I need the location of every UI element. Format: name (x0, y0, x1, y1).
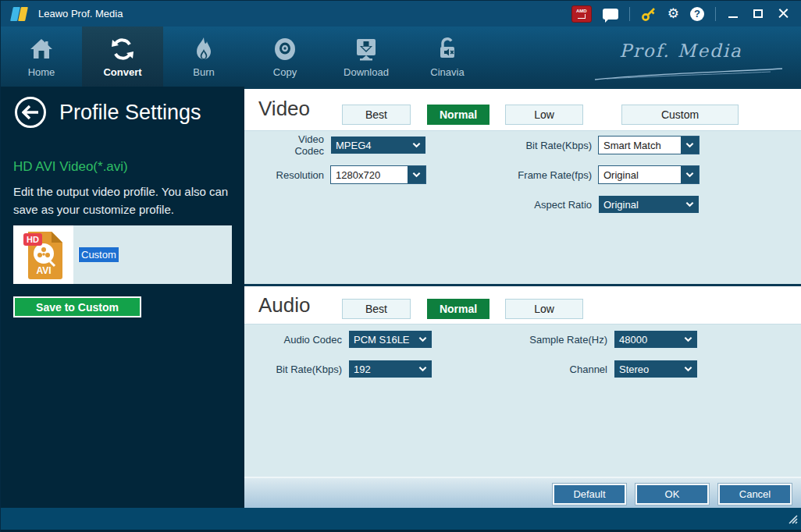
home-icon (27, 35, 55, 63)
resolution-select[interactable]: 1280x720 (330, 165, 426, 184)
copy-disc-icon (271, 35, 299, 63)
sample-rate-label: Sample Rate(Hz) (525, 334, 607, 346)
title-bar: Leawo Prof. Media AMD ⚙ ? (1, 1, 801, 27)
audio-quality-best-button[interactable]: Best (342, 299, 411, 319)
nav-tab-home[interactable]: Home (1, 27, 82, 87)
audio-bitrate-value: 192 (349, 364, 418, 375)
amd-radeon-badge-icon: AMD (571, 5, 592, 23)
video-bitrate-select[interactable]: Smart Match (598, 136, 700, 154)
maximize-button[interactable] (752, 8, 766, 20)
dropdown-button[interactable] (681, 137, 699, 154)
channel-label: Channel (525, 364, 607, 375)
brand-logo-text: Prof. Media (591, 41, 771, 61)
main-nav: Home Convert Burn (1, 27, 801, 87)
video-codec-value: MPEG4 (331, 140, 412, 151)
cinavia-unlock-icon (433, 35, 461, 63)
video-bitrate-label: Bit Rate(Kbps) (510, 140, 592, 151)
dropdown-button[interactable] (408, 166, 425, 183)
ok-button[interactable]: OK (635, 484, 709, 505)
chevron-down-icon (418, 336, 427, 342)
resolution-label: Resolution (266, 169, 324, 181)
convert-icon (109, 35, 137, 63)
aspect-ratio-label: Aspect Ratio (510, 199, 592, 211)
chevron-down-icon (685, 201, 694, 207)
minimize-button[interactable] (727, 8, 741, 20)
nav-label: Burn (193, 66, 214, 78)
profile-description-line1: Edit the output video profile. You also … (13, 185, 228, 198)
save-to-custom-button[interactable]: Save to Custom (13, 296, 141, 317)
video-codec-select[interactable]: MPEG4 (330, 136, 426, 154)
titlebar-separator (629, 7, 630, 21)
back-arrow-icon (22, 105, 39, 119)
resize-grip[interactable] (786, 512, 799, 525)
settings-gear-icon[interactable]: ⚙ (668, 7, 679, 20)
chevron-down-icon (685, 172, 694, 178)
app-logo-icon (10, 6, 30, 22)
framerate-label: Frame Rate(fps) (510, 169, 592, 181)
app-window: Leawo Prof. Media AMD ⚙ ? (0, 0, 801, 532)
feedback-message-icon[interactable] (603, 9, 618, 20)
video-section-title: Video (258, 97, 310, 121)
profile-description-line2: save as your customize profile. (13, 203, 174, 216)
audio-bitrate-label: Bit Rate(Kbps) (266, 364, 342, 375)
chevron-down-icon (685, 142, 694, 148)
audio-quality-low-button[interactable]: Low (505, 299, 583, 319)
file-format-label: AVI (36, 265, 51, 276)
video-quality-low-button[interactable]: Low (505, 105, 583, 125)
nav-label: Download (344, 66, 389, 78)
chevron-down-icon (684, 336, 692, 342)
register-key-icon[interactable] (641, 6, 657, 22)
nav-tab-download[interactable]: Download (326, 27, 407, 87)
audio-bitrate-select[interactable]: 192 (348, 360, 433, 378)
app-title: Leawo Prof. Media (38, 8, 123, 20)
close-button[interactable] (777, 8, 791, 20)
video-codec-label: Video Codec (266, 133, 324, 157)
profile-description: Edit the output video profile. You also … (13, 183, 236, 218)
brand-swoosh (591, 67, 786, 81)
audio-codec-select[interactable]: PCM S16LE (348, 330, 433, 349)
profile-file-icon-cell: AVI HD (13, 225, 73, 284)
nav-label: Home (28, 66, 55, 78)
video-quality-normal-button[interactable]: Normal (427, 105, 490, 125)
help-icon[interactable]: ? (690, 7, 704, 21)
audio-quality-normal-button[interactable]: Normal (427, 299, 490, 319)
settings-content: Video Best Normal Low Custom Video Codec… (244, 87, 801, 508)
channel-select[interactable]: Stereo (614, 360, 698, 378)
hd-avi-file-icon: AVI HD (22, 230, 66, 280)
default-button[interactable]: Default (553, 484, 626, 505)
amd-badge-text: AMD (576, 9, 587, 14)
profile-name-input[interactable]: Custom (78, 247, 119, 262)
hd-badge-label: HD (27, 235, 39, 244)
sample-rate-select[interactable]: 48000 (614, 330, 698, 349)
profile-settings-panel: Profile Settings HD AVI Video(*.avi) Edi… (1, 87, 244, 508)
audio-codec-label: Audio Codec (266, 334, 342, 346)
nav-label: Convert (103, 66, 141, 78)
video-quality-best-button[interactable]: Best (342, 105, 411, 125)
video-bitrate-value: Smart Match (599, 140, 681, 151)
chevron-down-icon (412, 172, 421, 178)
nav-tab-cinavia[interactable]: Cinavia (407, 27, 488, 87)
chevron-down-icon (412, 142, 421, 148)
video-quality-custom-button[interactable]: Custom (621, 105, 739, 125)
aspect-ratio-value: Original (599, 199, 685, 211)
burn-flame-icon (190, 35, 218, 63)
nav-tab-burn[interactable]: Burn (163, 27, 244, 87)
back-button[interactable] (15, 97, 46, 128)
status-footer (1, 508, 801, 532)
cancel-button[interactable]: Cancel (718, 484, 792, 505)
aspect-ratio-select[interactable]: Original (598, 195, 700, 214)
chevron-down-icon (418, 366, 427, 372)
titlebar-separator (715, 7, 716, 21)
audio-codec-value: PCM S16LE (349, 334, 418, 346)
profile-list-item[interactable]: AVI HD Custom (13, 225, 232, 284)
page-title: Profile Settings (59, 101, 201, 125)
nav-tab-convert[interactable]: Convert (82, 27, 163, 87)
nav-tab-copy[interactable]: Copy (244, 27, 326, 87)
channel-value: Stereo (614, 364, 684, 375)
dropdown-button[interactable] (681, 166, 699, 183)
nav-label: Copy (273, 66, 297, 78)
nav-label: Cinavia (430, 66, 464, 78)
resolution-value: 1280x720 (331, 169, 408, 181)
framerate-select[interactable]: Original (598, 165, 700, 184)
sample-rate-value: 48000 (614, 334, 684, 346)
